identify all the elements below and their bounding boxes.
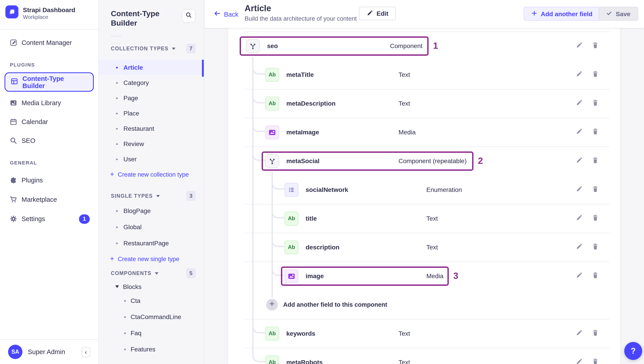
edit-field-button[interactable] <box>574 156 584 166</box>
sidebar-item-media-library[interactable]: Media Library <box>4 95 94 111</box>
delete-field-button[interactable] <box>590 127 600 137</box>
trash-icon <box>592 128 598 136</box>
panel-item-category[interactable]: •Category <box>99 75 204 90</box>
pen-square-icon <box>10 39 17 46</box>
tree-line <box>252 57 254 357</box>
field-name: keywords <box>286 330 315 337</box>
panel-scrollbar-thumb[interactable] <box>202 61 204 77</box>
avatar[interactable]: SA <box>8 345 22 359</box>
row-divider <box>244 146 610 147</box>
panel-item-article[interactable]: •Article <box>99 60 204 75</box>
tree-elbow <box>272 266 284 276</box>
panel-item-page[interactable]: •Page <box>99 90 204 106</box>
count-badge: 3 <box>186 191 196 201</box>
panel-group-header[interactable]: COLLECTION TYPES7 <box>111 44 196 54</box>
notification-badge: 1 <box>79 214 90 224</box>
edit-field-button[interactable] <box>574 271 584 281</box>
row-divider <box>244 262 610 262</box>
media-field-icon <box>284 269 298 283</box>
panel-item-review[interactable]: •Review <box>99 136 204 151</box>
sidebar-item-settings[interactable]: Settings1 <box>4 211 94 227</box>
field-type: Media <box>398 128 416 136</box>
sidebar-item-content-manager[interactable]: Content Manager <box>4 35 94 50</box>
bullet-icon: • <box>116 110 118 117</box>
workspace-header[interactable]: Strapi Dashboard Workplace <box>0 0 98 30</box>
search-button[interactable] <box>182 9 196 23</box>
delete-field-button[interactable] <box>590 214 600 223</box>
delete-field-button[interactable] <box>590 328 600 338</box>
sidebar-item-label: Plugins <box>22 176 43 184</box>
field-type: Text <box>398 100 410 107</box>
delete-field-button[interactable] <box>590 242 600 252</box>
row-divider <box>244 233 610 233</box>
panel-item-blogpage[interactable]: •BlogPage <box>99 203 204 219</box>
pencil-icon <box>576 70 582 79</box>
edit-field-button[interactable] <box>574 357 584 364</box>
strapi-logo-icon <box>6 6 18 19</box>
create-collection-type-link[interactable]: +Create new collection type <box>110 167 196 182</box>
chevron-down-icon <box>172 47 176 50</box>
delete-field-button[interactable] <box>590 185 600 195</box>
user-bar: SA Super Admin ‹ <box>0 339 98 364</box>
enum-field-icon <box>284 183 298 197</box>
help-button[interactable]: ? <box>624 342 642 360</box>
edit-field-button[interactable] <box>574 242 584 252</box>
field-type: Component (repeatable) <box>398 157 467 164</box>
sidebar-item-seo[interactable]: SEO <box>4 133 94 148</box>
panel-item-place[interactable]: •Place <box>99 106 204 121</box>
field-type: Enumeration <box>426 186 462 193</box>
panel-item-cta[interactable]: •Cta <box>99 293 204 309</box>
edit-field-button[interactable] <box>574 214 584 223</box>
panel-item-ctacommandline[interactable]: •CtaCommandLine <box>99 309 204 325</box>
add-field-to-component-button[interactable] <box>266 299 278 310</box>
panel-item-label: Faq <box>130 329 141 337</box>
panel-item-label: Features <box>130 345 156 353</box>
edit-field-button[interactable] <box>574 127 584 137</box>
delete-field-button[interactable] <box>590 41 600 51</box>
edit-field-button[interactable] <box>574 185 584 195</box>
edit-field-button[interactable] <box>574 328 584 338</box>
edit-button[interactable]: Edit <box>359 7 396 20</box>
sidebar-item-plugins[interactable]: Plugins <box>4 172 94 188</box>
category-label: Blocks <box>123 283 141 290</box>
tree-elbow <box>252 151 265 161</box>
media-field-icon <box>265 125 279 139</box>
edit-field-button[interactable] <box>574 98 584 108</box>
panel-component-category-blocks[interactable]: Blocks <box>111 281 196 293</box>
delete-field-button[interactable] <box>590 271 600 281</box>
panel-item-faq[interactable]: •Faq <box>99 325 204 341</box>
sidebar-item-calendar[interactable]: Calendar <box>4 114 94 129</box>
sidebar-collapse-button[interactable]: ‹ <box>82 347 90 357</box>
sidebar-section-label: PLUGINS <box>4 61 94 68</box>
sidebar-item-content-type-builder[interactable]: Content-Type Builder <box>4 72 94 92</box>
pencil-icon <box>576 272 582 280</box>
back-button[interactable]: Back <box>214 10 238 19</box>
create-link-label: Create new single type <box>118 255 180 262</box>
save-button[interactable]: Save <box>599 7 638 21</box>
delete-field-button[interactable] <box>590 98 600 108</box>
page-title: Article <box>244 4 271 14</box>
panel-item-restaurant[interactable]: •Restaurant <box>99 121 204 136</box>
check-icon <box>606 10 612 17</box>
delete-field-button[interactable] <box>590 156 600 166</box>
text-field-icon: Ab <box>265 68 279 82</box>
delete-field-button[interactable] <box>590 70 600 80</box>
edit-field-button[interactable] <box>574 41 584 51</box>
bullet-icon: • <box>116 155 118 163</box>
sidebar-item-marketplace[interactable]: Marketplace <box>4 192 94 207</box>
page-subtitle: Build the data architecture of your cont… <box>244 15 357 22</box>
annotation-number: 1 <box>433 41 438 51</box>
panel-item-global[interactable]: •Global <box>99 219 204 235</box>
panel-item-user[interactable]: •User <box>99 151 204 167</box>
field-name: metaRobots <box>286 358 323 364</box>
create-single-type-link[interactable]: +Create new single type <box>110 251 196 266</box>
panel-item-restaurantpage[interactable]: •RestaurantPage <box>99 235 204 251</box>
field-name: metaSocial <box>286 157 320 164</box>
add-another-field-button[interactable]: Add another field <box>524 7 600 21</box>
add-field-to-component-label[interactable]: Add another field to this component <box>283 301 387 308</box>
panel-group-header[interactable]: COMPONENTS5 <box>111 268 196 278</box>
delete-field-button[interactable] <box>590 357 600 364</box>
edit-field-button[interactable] <box>574 70 584 80</box>
panel-group-header[interactable]: SINGLE TYPES3 <box>111 191 196 201</box>
panel-item-features[interactable]: •Features <box>99 341 204 357</box>
